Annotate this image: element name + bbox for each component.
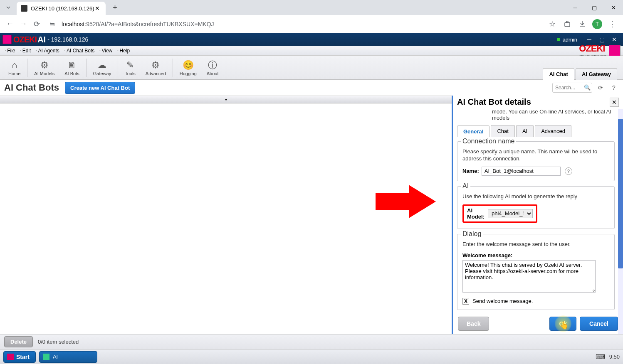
details-tab-advanced[interactable]: Advanced [535,125,571,137]
app-titlebar: OZEKI AI - 192.168.0.126 admin ─ ▢ ✕ [0,33,623,46]
details-tab-chat[interactable]: Chat [491,125,514,137]
tab-ai-gateway[interactable]: AI Gateway [576,68,617,80]
tab-ai-chat[interactable]: AI Chat [543,68,574,80]
delete-button[interactable]: Delete [4,336,33,347]
tools-icon: ✎ [126,59,134,71]
chat-bots-list[interactable] [0,103,452,334]
toolbar-about-label: About [207,71,219,76]
downloads-icon[interactable] [575,17,590,32]
fieldset-ai: AI Use the following AI model to generat… [457,186,615,229]
create-chat-bot-button[interactable]: Create new AI Chat Bot [65,82,135,94]
tab-favicon [21,5,27,12]
start-icon [7,354,14,360]
menu-ai-agents[interactable]: AI Agents [33,48,62,54]
toolbar-home-label: Home [8,71,20,76]
cancel-button[interactable]: Cancel [580,317,618,331]
toolbar-tools[interactable]: ✎Tools [120,58,141,78]
toolbar-hugging-label: Hugging [180,71,197,76]
toolbar-tabs: AI Chat AI Gateway [541,68,617,80]
search-input[interactable] [552,83,592,93]
menu-file[interactable]: File [2,48,17,54]
tab-search-dropdown[interactable] [3,2,13,12]
scrollbar-thumb[interactable] [618,119,623,268]
toolbar-advanced[interactable]: ⚙Advanced [141,58,171,78]
send-welcome-checkbox[interactable]: X [462,298,469,305]
close-window-button[interactable]: ✕ [604,0,623,15]
name-help-icon[interactable]: ? [565,167,572,175]
task-label: AI [53,354,58,360]
menu-ai-chat-bots[interactable]: AI Chat Bots [62,48,97,54]
url-bar[interactable]: localhost:9520/AI/?a=AIBots&ncrefreshTUK… [58,21,541,27]
current-user[interactable]: admin [563,37,577,43]
toolbar-gateway[interactable]: ☁Gateway [88,58,116,78]
toolbar-separator [86,59,87,77]
maximize-button[interactable]: ▢ [585,0,604,15]
ai-model-highlight: AI Model: phi4_Model_1 [462,204,537,223]
url-rest: :9520/AI/?a=AIBots&ncrefreshTUKBXSUX=MKQ… [84,21,214,27]
extensions-icon[interactable] [560,17,575,32]
ai-model-select[interactable]: phi4_Model_1 [488,209,533,218]
ok-button[interactable]: Ok [549,317,576,331]
toolbar-ai-models[interactable]: ⚙AI Models [29,58,59,78]
toolbar-about[interactable]: ⓘAbout [202,58,224,78]
help-button[interactable]: ? [609,83,619,93]
svg-rect-5 [566,21,568,23]
browser-menu-icon[interactable]: ⋮ [605,17,620,32]
menu-view[interactable]: View [97,48,115,54]
back-button[interactable]: ← [3,17,17,31]
ai-desc: Use the following AI model to generate t… [462,193,609,200]
taskbar: Start AI ⌨ 9:50 [0,349,623,364]
browser-toolbar: ← → ⟳ localhost:9520/AI/?a=AIBots&ncrefr… [0,15,623,33]
back-button[interactable]: Back [458,317,489,331]
toolbar-hugging[interactable]: 😊Hugging [175,58,202,78]
details-buttons: Back Ok 👆 Cancel [453,313,623,334]
app-section: AI [37,35,46,44]
reload-button[interactable]: ⟳ [30,17,43,31]
details-tab-ai[interactable]: AI [516,125,534,137]
refresh-button[interactable]: ⟳ [596,83,606,93]
main-content: ▾ AI Chat Bot details ✕ mode. You can us… [0,96,623,334]
site-info-icon[interactable] [47,18,58,30]
details-tab-general[interactable]: General [457,125,490,137]
profile-avatar[interactable]: T [590,17,605,32]
chevron-down-icon: ▾ [225,97,227,102]
keyboard-icon[interactable]: ⌨ [596,353,605,361]
content-header: AI Chat Bots Create new AI Chat Bot 🔍 ⟳ … [0,80,623,96]
brand-logo-icon [609,45,621,57]
toolbar: ⌂Home ⚙AI Models 🗎AI Bots ☁Gateway ✎Tool… [0,56,623,80]
details-header: AI Chat Bot details ✕ [453,96,623,108]
forward-button[interactable]: → [17,17,30,31]
tab-close-icon[interactable]: ✕ [94,5,101,12]
toolbar-ai-bots[interactable]: 🗎AI Bots [59,58,84,78]
app-logo-icon [2,35,12,44]
task-ai-button[interactable]: AI [39,351,97,363]
minimize-button[interactable]: ─ [566,0,585,15]
menu-edit[interactable]: Edit [17,48,33,54]
welcome-message-textarea[interactable] [462,260,596,293]
new-tab-button[interactable]: + [109,2,121,13]
search-box: 🔍 [552,83,592,93]
connection-desc: Please specify a unique name. This name … [462,148,609,162]
name-label: Name: [462,168,479,174]
details-title: AI Chat Bot details [457,97,531,107]
info-icon: ⓘ [208,59,217,71]
start-button[interactable]: Start [3,351,36,363]
toolbar-home[interactable]: ⌂Home [3,58,25,78]
details-body: Connection name Please specify a unique … [453,137,623,313]
page-title: AI Chat Bots [4,82,59,93]
toolbar-tools-label: Tools [125,71,136,76]
details-close-button[interactable]: ✕ [610,98,619,107]
bookmark-star-icon[interactable]: ☆ [545,17,560,32]
selection-count: 0/0 item selected [38,339,79,345]
browser-tab[interactable]: OZEKI 10 (192.168.0.126) ✕ [17,2,106,15]
menu-help[interactable]: Help [115,48,132,54]
hugging-icon: 😊 [183,59,194,71]
welcome-label: Welcome message: [462,252,607,258]
list-column-header[interactable]: ▾ [0,96,452,103]
url-host: localhost [62,21,84,27]
toolbar-gateway-label: Gateway [93,71,111,76]
task-icon [43,354,49,360]
name-input[interactable] [482,167,561,176]
app-brand: OZEKI [13,35,37,44]
svg-point-3 [54,24,55,25]
